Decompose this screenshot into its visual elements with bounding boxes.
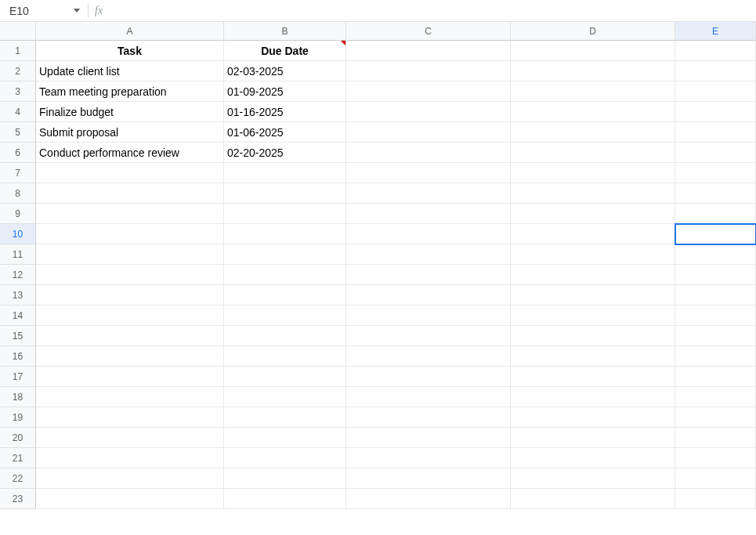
cell-E20[interactable] bbox=[675, 428, 756, 448]
cell-A8[interactable] bbox=[36, 183, 224, 204]
row-header-14[interactable]: 14 bbox=[0, 305, 36, 326]
cell-D8[interactable] bbox=[511, 183, 675, 204]
cell-A6[interactable]: Conduct performance review bbox=[36, 143, 224, 163]
cell-C15[interactable] bbox=[346, 326, 511, 346]
cell-D3[interactable] bbox=[511, 81, 675, 102]
cell-B2[interactable]: 02-03-2025 bbox=[224, 61, 346, 81]
cell-A12[interactable] bbox=[36, 265, 224, 285]
cell-D5[interactable] bbox=[511, 122, 675, 143]
row-header-19[interactable]: 19 bbox=[0, 407, 36, 428]
name-box-dropdown[interactable] bbox=[69, 2, 85, 20]
cell-D17[interactable] bbox=[511, 367, 675, 387]
cell-C4[interactable] bbox=[346, 102, 511, 122]
row-header-22[interactable]: 22 bbox=[0, 468, 36, 489]
cell-C20[interactable] bbox=[346, 428, 511, 448]
cell-A4[interactable]: Finalize budget bbox=[36, 102, 224, 122]
cell-A17[interactable] bbox=[36, 367, 224, 387]
row-header-2[interactable]: 2 bbox=[0, 61, 36, 81]
row-header-7[interactable]: 7 bbox=[0, 163, 36, 183]
cell-B18[interactable] bbox=[224, 387, 346, 407]
row-header-11[interactable]: 11 bbox=[0, 244, 36, 265]
row-header-6[interactable]: 6 bbox=[0, 143, 36, 163]
cell-E19[interactable] bbox=[675, 407, 756, 428]
cell-E11[interactable] bbox=[675, 244, 756, 265]
cell-D11[interactable] bbox=[511, 244, 675, 265]
cell-D9[interactable] bbox=[511, 204, 675, 224]
cell-E8[interactable] bbox=[675, 183, 756, 204]
cell-C12[interactable] bbox=[346, 265, 511, 285]
cell-C19[interactable] bbox=[346, 407, 511, 428]
cell-C7[interactable] bbox=[346, 163, 511, 183]
cell-E7[interactable] bbox=[675, 163, 756, 183]
cell-B12[interactable] bbox=[224, 265, 346, 285]
row-header-5[interactable]: 5 bbox=[0, 122, 36, 143]
cell-C1[interactable] bbox=[346, 41, 511, 61]
cell-A18[interactable] bbox=[36, 387, 224, 407]
cell-B14[interactable] bbox=[224, 305, 346, 326]
row-header-17[interactable]: 17 bbox=[0, 367, 36, 387]
cell-A22[interactable] bbox=[36, 468, 224, 489]
cell-C16[interactable] bbox=[346, 346, 511, 367]
cell-E9[interactable] bbox=[675, 204, 756, 224]
cell-E4[interactable] bbox=[675, 102, 756, 122]
row-header-23[interactable]: 23 bbox=[0, 489, 36, 509]
row-header-16[interactable]: 16 bbox=[0, 346, 36, 367]
cell-B16[interactable] bbox=[224, 346, 346, 367]
cell-C22[interactable] bbox=[346, 468, 511, 489]
cell-C8[interactable] bbox=[346, 183, 511, 204]
cell-C21[interactable] bbox=[346, 448, 511, 468]
cell-E12[interactable] bbox=[675, 265, 756, 285]
column-header-A[interactable]: A bbox=[36, 22, 224, 41]
cell-B5[interactable]: 01-06-2025 bbox=[224, 122, 346, 143]
cell-A14[interactable] bbox=[36, 305, 224, 326]
select-all-corner[interactable] bbox=[0, 22, 36, 41]
row-header-15[interactable]: 15 bbox=[0, 326, 36, 346]
cell-A15[interactable] bbox=[36, 326, 224, 346]
cell-D15[interactable] bbox=[511, 326, 675, 346]
column-header-C[interactable]: C bbox=[346, 22, 511, 41]
cell-A2[interactable]: Update client list bbox=[36, 61, 224, 81]
cell-C17[interactable] bbox=[346, 367, 511, 387]
cell-B23[interactable] bbox=[224, 489, 346, 509]
cell-E13[interactable] bbox=[675, 285, 756, 305]
row-header-12[interactable]: 12 bbox=[0, 265, 36, 285]
column-header-E[interactable]: E bbox=[675, 22, 756, 41]
cell-A9[interactable] bbox=[36, 204, 224, 224]
cell-A16[interactable] bbox=[36, 346, 224, 367]
row-header-20[interactable]: 20 bbox=[0, 428, 36, 448]
cell-E3[interactable] bbox=[675, 81, 756, 102]
cell-B13[interactable] bbox=[224, 285, 346, 305]
cell-C14[interactable] bbox=[346, 305, 511, 326]
cell-C5[interactable] bbox=[346, 122, 511, 143]
cell-D21[interactable] bbox=[511, 448, 675, 468]
cell-A10[interactable] bbox=[36, 224, 224, 244]
cell-C9[interactable] bbox=[346, 204, 511, 224]
cell-D7[interactable] bbox=[511, 163, 675, 183]
cell-A5[interactable]: Submit proposal bbox=[36, 122, 224, 143]
cell-A7[interactable] bbox=[36, 163, 224, 183]
cell-D2[interactable] bbox=[511, 61, 675, 81]
cell-B22[interactable] bbox=[224, 468, 346, 489]
row-header-10[interactable]: 10 bbox=[0, 224, 36, 244]
cell-D14[interactable] bbox=[511, 305, 675, 326]
cell-B15[interactable] bbox=[224, 326, 346, 346]
cell-D6[interactable] bbox=[511, 143, 675, 163]
cell-C10[interactable] bbox=[346, 224, 511, 244]
cell-B20[interactable] bbox=[224, 428, 346, 448]
cell-B1[interactable]: Due Date bbox=[224, 41, 346, 61]
cell-D13[interactable] bbox=[511, 285, 675, 305]
cell-E1[interactable] bbox=[675, 41, 756, 61]
name-box[interactable]: E10 bbox=[5, 2, 69, 20]
cell-C6[interactable] bbox=[346, 143, 511, 163]
cell-E22[interactable] bbox=[675, 468, 756, 489]
cell-B8[interactable] bbox=[224, 183, 346, 204]
row-header-9[interactable]: 9 bbox=[0, 204, 36, 224]
cell-E21[interactable] bbox=[675, 448, 756, 468]
cell-A3[interactable]: Team meeting preparation bbox=[36, 81, 224, 102]
cell-D10[interactable] bbox=[511, 224, 675, 244]
cell-C23[interactable] bbox=[346, 489, 511, 509]
cell-B7[interactable] bbox=[224, 163, 346, 183]
cell-C13[interactable] bbox=[346, 285, 511, 305]
cell-B17[interactable] bbox=[224, 367, 346, 387]
cell-D19[interactable] bbox=[511, 407, 675, 428]
